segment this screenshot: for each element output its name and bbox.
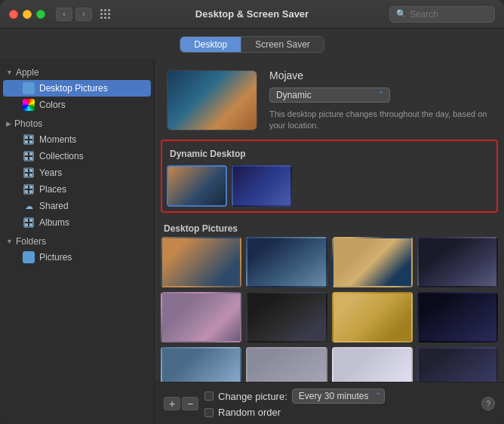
moments-icon: [23, 134, 35, 146]
collections-icon: [23, 150, 35, 162]
sidebar-item-colors[interactable]: Colors: [3, 97, 151, 113]
dynamic-dropdown[interactable]: Dynamic Light (Still) Dark (Still): [269, 88, 390, 103]
dynamic-thumb-1[interactable]: [167, 165, 227, 207]
svg-rect-19: [29, 190, 32, 193]
desktop-thumb-12[interactable]: [417, 347, 498, 382]
minimize-button[interactable]: [23, 10, 32, 19]
add-folder-button[interactable]: +: [164, 397, 180, 410]
desktop-thumb-6[interactable]: [246, 292, 327, 343]
help-button[interactable]: ?: [481, 397, 495, 410]
content-area: ▼ Apple Desktop Pictures Colors ▶ Photos: [0, 59, 504, 424]
sidebar-item-shared[interactable]: ☁ Shared: [3, 198, 151, 214]
desktop-thumb-8[interactable]: [417, 292, 498, 343]
wallpaper-name: Mojave: [269, 69, 492, 81]
bottom-left-buttons: + −: [164, 397, 198, 410]
desktop-thumb-1[interactable]: [161, 237, 241, 287]
sidebar-moments-label: Moments: [39, 134, 76, 145]
sidebar-section-photos[interactable]: ▶ Photos: [0, 116, 154, 131]
dropdown-wrapper: Dynamic Light (Still) Dark (Still) ⌃: [269, 88, 390, 103]
preview-image: [167, 71, 257, 130]
desktop-thumb-11[interactable]: [332, 347, 413, 382]
bottom-right: ?: [481, 397, 495, 410]
svg-rect-6: [25, 152, 28, 155]
grid-area: Dynamic Desktop Desktop Pictures: [155, 140, 504, 382]
sidebar-collections-label: Collections: [39, 151, 84, 161]
sidebar-item-years[interactable]: Years: [3, 164, 151, 181]
search-input[interactable]: [410, 9, 488, 20]
sidebar-item-moments[interactable]: Moments: [3, 131, 151, 148]
preview-thumbnail: [167, 70, 257, 131]
sidebar-years-label: Years: [39, 167, 62, 178]
albums-icon: [23, 217, 35, 229]
window-title: Desktop & Screen Saver: [195, 8, 309, 20]
sidebar-albums-label: Albums: [39, 217, 69, 228]
nav-buttons: ‹ ›: [56, 8, 92, 21]
desktop-thumb-2[interactable]: [246, 237, 327, 287]
random-order-row: Random order: [204, 407, 481, 418]
svg-rect-11: [25, 169, 28, 172]
window: ‹ › Desktop & Screen Saver 🔍 Desktop Scr…: [0, 0, 504, 424]
titlebar: ‹ › Desktop & Screen Saver 🔍: [0, 0, 504, 29]
sidebar-photos-label: Photos: [14, 118, 42, 129]
grid-button[interactable]: [97, 8, 113, 21]
search-icon: 🔍: [396, 9, 407, 19]
arrow-down-folders-icon: ▼: [6, 238, 13, 245]
dynamic-thumb-2[interactable]: [232, 165, 292, 207]
sidebar-item-desktop-pictures[interactable]: Desktop Pictures: [3, 80, 151, 97]
change-picture-row: Change picture: Every 5 seconds Every mi…: [204, 389, 481, 404]
svg-rect-9: [29, 157, 32, 160]
svg-rect-2: [29, 136, 32, 139]
desktop-thumb-4[interactable]: [417, 237, 498, 287]
svg-rect-22: [29, 219, 32, 222]
close-button[interactable]: [9, 10, 18, 19]
desktop-thumb-7[interactable]: [332, 292, 413, 343]
preview-info: Mojave Dynamic Light (Still) Dark (Still…: [269, 69, 492, 132]
main-panel: Mojave Dynamic Light (Still) Dark (Still…: [155, 59, 504, 424]
desktop-pictures-grid: [161, 237, 498, 382]
desktop-thumb-10[interactable]: [246, 347, 327, 382]
sidebar-item-places[interactable]: Places: [3, 181, 151, 198]
shared-icon: ☁: [23, 200, 35, 212]
traffic-lights: [9, 10, 45, 19]
sidebar-colors-label: Colors: [39, 100, 66, 110]
sidebar-folders-label: Folders: [16, 236, 46, 247]
change-picture-checkbox[interactable]: [204, 392, 214, 401]
search-box[interactable]: 🔍: [389, 6, 495, 23]
svg-rect-13: [25, 174, 28, 177]
pictures-folder-icon: [23, 251, 35, 263]
tab-screensaver[interactable]: Screen Saver: [241, 37, 324, 52]
preview-description: This desktop picture changes throughout …: [269, 109, 492, 132]
interval-select[interactable]: Every 5 seconds Every minute Every 5 min…: [292, 389, 385, 404]
arrow-right-icon: ▶: [6, 120, 11, 128]
svg-rect-16: [25, 186, 28, 189]
svg-rect-23: [25, 223, 28, 226]
svg-rect-17: [29, 186, 32, 189]
desktop-thumb-5[interactable]: [161, 292, 241, 343]
full-bottom: + − Change picture: Every 5 seconds Ever…: [164, 389, 495, 418]
desktop-thumb-3[interactable]: [332, 237, 413, 287]
sidebar-shared-label: Shared: [39, 201, 69, 211]
interval-select-wrapper: Every 5 seconds Every minute Every 5 min…: [292, 389, 385, 404]
sidebar-desktop-pictures-label: Desktop Pictures: [39, 83, 108, 94]
svg-rect-24: [29, 223, 32, 226]
svg-rect-8: [25, 157, 28, 160]
forward-button[interactable]: ›: [75, 8, 92, 21]
desktop-thumb-9[interactable]: [161, 347, 241, 382]
svg-rect-14: [29, 174, 32, 177]
sidebar-section-folders[interactable]: ▼ Folders: [0, 234, 154, 249]
sidebar-item-pictures[interactable]: Pictures: [3, 249, 151, 266]
back-button[interactable]: ‹: [56, 8, 72, 21]
sidebar-item-collections[interactable]: Collections: [3, 148, 151, 164]
sidebar-section-apple[interactable]: ▼ Apple: [0, 65, 154, 80]
remove-folder-button[interactable]: −: [182, 397, 198, 410]
dynamic-desktop-title: Dynamic Desktop: [167, 149, 492, 162]
dynamic-desktop-section: Dynamic Desktop: [161, 140, 498, 213]
tab-desktop[interactable]: Desktop: [180, 37, 241, 52]
svg-rect-7: [29, 152, 32, 155]
maximize-button[interactable]: [36, 10, 45, 19]
places-icon: [23, 183, 35, 195]
random-order-checkbox[interactable]: [204, 408, 214, 417]
svg-rect-4: [29, 140, 32, 143]
svg-rect-3: [25, 140, 28, 143]
sidebar-item-albums[interactable]: Albums: [3, 214, 151, 231]
